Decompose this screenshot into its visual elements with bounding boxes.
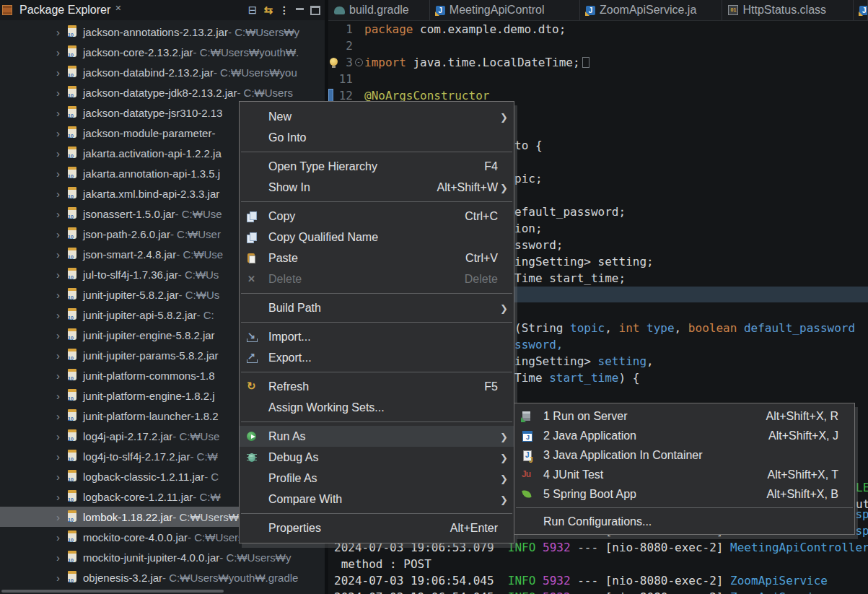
tree-item-path: - C:₩Users₩youth₩.gradle	[162, 572, 298, 584]
menu-item-label: Copy	[268, 210, 295, 223]
context-menu-item-refresh[interactable]: RefreshF5	[240, 376, 514, 397]
run-as-item-3-java-application-in-container[interactable]: 3 Java Application In Container	[514, 445, 854, 465]
menu-item-shortcut: Delete	[450, 273, 498, 286]
context-menu-item-assign-working-sets-[interactable]: Assign Working Sets...	[240, 397, 514, 418]
expand-chevron-icon[interactable]: ›	[56, 551, 68, 564]
expand-chevron-icon[interactable]: ›	[56, 167, 68, 180]
expand-chevron-icon[interactable]: ›	[56, 491, 68, 503]
expand-chevron-icon[interactable]: ›	[56, 147, 68, 160]
context-menu-item-compare-with[interactable]: Compare With❯	[240, 489, 514, 510]
submenu-arrow-icon: ❯	[500, 452, 508, 463]
context-menu-item-build-path[interactable]: Build Path❯	[240, 297, 514, 318]
expand-chevron-icon[interactable]: ›	[56, 248, 68, 261]
context-menu-item-copy[interactable]: CopyCtrl+C	[240, 206, 514, 227]
context-menu-item-profile-as[interactable]: Profile As❯	[240, 468, 514, 489]
close-view-icon[interactable]: ✕	[115, 4, 121, 13]
code-token: 2024-07-03 19:06:54.045	[334, 590, 508, 594]
expand-chevron-icon[interactable]: ›	[56, 450, 68, 463]
expand-chevron-icon[interactable]: ›	[56, 46, 68, 58]
run-as-item-2-java-application[interactable]: 2 Java ApplicationAlt+Shift+X, J	[514, 426, 854, 445]
expand-chevron-icon[interactable]: ›	[56, 188, 68, 200]
tab-build.gradle[interactable]: build.gradle	[328, 0, 430, 20]
expand-chevron-icon[interactable]: ›	[56, 531, 68, 543]
tree-item[interactable]: ›jackson-datatype-jdk8-2.13.2.jar - C:₩U…	[0, 82, 325, 102]
code-token: --- [nio-8080-exec-2]	[571, 590, 731, 594]
tree-item-path: - C:₩	[193, 491, 220, 503]
context-menu-item-export-[interactable]: Export...	[240, 347, 514, 368]
maximize-icon[interactable]	[310, 6, 320, 15]
jar-file-icon	[68, 411, 76, 421]
tree-item-path: - C:₩Users	[237, 87, 293, 99]
gradle-file-icon	[334, 6, 345, 14]
expand-chevron-icon[interactable]: ›	[56, 349, 68, 362]
tree-item[interactable]: ›jackson-core-2.13.2.jar - C:₩Users₩yout…	[0, 42, 325, 62]
tree-item-path: - C:₩User	[170, 228, 221, 240]
expand-chevron-icon[interactable]: ›	[56, 511, 68, 523]
menu-separator	[241, 322, 512, 323]
context-menu-item-import-[interactable]: Import...	[240, 326, 514, 347]
tab-MeetingApiControl[interactable]: JMeetingApiControl	[430, 0, 580, 20]
expand-chevron-icon[interactable]: ›	[56, 471, 68, 483]
tree-item[interactable]: ›objenesis-3.2.jar - C:₩Users₩youth₩.gra…	[0, 567, 325, 588]
run-as-item-run-configurations-[interactable]: Run Configurations...	[514, 512, 854, 531]
expand-chevron-icon[interactable]: ›	[56, 107, 68, 119]
menu-item-label: 5 Spring Boot App	[543, 488, 636, 501]
jar-file-icon	[68, 532, 76, 542]
code-line: 3-import java.time.LocalDateTime;	[328, 54, 868, 71]
run-as-item-4-junit-test[interactable]: 4 JUnit TestAlt+Shift+X, T	[514, 465, 854, 484]
jar-file-icon	[68, 209, 76, 219]
tab-ZoomApiService.ja[interactable]: JZoomApiService.ja	[580, 0, 722, 20]
code-token: (	[514, 321, 522, 335]
context-menu-item-show-in[interactable]: Show InAlt+Shift+W❯	[240, 177, 514, 198]
minimize-icon[interactable]	[296, 8, 304, 10]
expand-chevron-icon[interactable]: ›	[56, 26, 68, 38]
expand-chevron-icon[interactable]: ›	[56, 390, 68, 402]
paste-icon	[246, 253, 259, 264]
context-menu-item-new[interactable]: New❯	[240, 106, 514, 127]
context-menu-item-paste[interactable]: PasteCtrl+V	[240, 248, 514, 268]
collapse-all-icon[interactable]: ⊟	[248, 5, 258, 15]
expand-chevron-icon[interactable]: ›	[56, 268, 68, 281]
console-line: method : POST	[334, 556, 868, 572]
expand-chevron-icon[interactable]: ›	[56, 430, 68, 442]
link-with-editor-icon[interactable]: ⇆	[263, 5, 273, 15]
context-menu-item-go-into[interactable]: Go Into	[240, 127, 514, 148]
context-menu-item-copy-qualified-name[interactable]: Copy Qualified Name	[240, 227, 514, 248]
tree-item-path: - C:₩Use	[175, 208, 222, 220]
import-icon	[246, 331, 259, 343]
context-menu-item-run-as[interactable]: Run As❯	[240, 426, 514, 447]
context-menu-item-debug-as[interactable]: Debug As❯	[240, 447, 514, 468]
tree-item-name: jakarta.activation-api-1.2.2.ja	[83, 147, 222, 160]
horizontal-scrollbar[interactable]	[1, 590, 224, 593]
quickfix-bulb-icon	[330, 58, 338, 66]
tree-item[interactable]: ›mockito-junit-jupiter-4.0.0.jar - C:₩Us…	[0, 547, 325, 567]
code-token: ZoomApiService	[730, 590, 828, 594]
expand-chevron-icon[interactable]: ›	[56, 228, 68, 240]
fold-icon[interactable]: -	[355, 58, 363, 66]
context-menu-item-properties[interactable]: PropertiesAlt+Enter	[240, 517, 514, 538]
expand-chevron-icon[interactable]: ›	[56, 309, 68, 321]
tree-item[interactable]: ›jackson-annotations-2.13.2.jar - C:₩Use…	[0, 22, 325, 42]
run-as-item-1-run-on-server[interactable]: 1 Run on ServerAlt+Shift+X, R	[514, 406, 854, 426]
expand-chevron-icon[interactable]: ›	[56, 572, 68, 584]
expand-chevron-icon[interactable]: ›	[56, 370, 68, 382]
expand-chevron-icon[interactable]: ›	[56, 329, 68, 341]
submenu-arrow-icon: ❯	[500, 302, 508, 313]
code-token: start_time	[549, 371, 618, 385]
run-as-item-5-spring-boot-app[interactable]: 5 Spring Boot AppAlt+Shift+X, B	[514, 484, 854, 504]
expand-chevron-icon[interactable]: ›	[56, 289, 68, 301]
expand-chevron-icon[interactable]: ›	[56, 410, 68, 422]
code-token: --- [nio-8080-exec-2]	[571, 541, 731, 554]
menu-item-label: Refresh	[268, 380, 309, 393]
context-menu-item-open-type-hierarchy[interactable]: Open Type HierarchyF4	[240, 156, 514, 177]
expand-chevron-icon[interactable]: ›	[56, 127, 68, 139]
expand-chevron-icon[interactable]: ›	[56, 208, 68, 220]
expand-chevron-icon[interactable]: ›	[56, 66, 68, 79]
tree-item[interactable]: ›jackson-databind-2.13.2.jar - C:₩Users₩…	[0, 62, 325, 82]
view-menu-icon[interactable]: ⋮	[279, 5, 289, 15]
tab-HttpStatus.class[interactable]: 01HttpStatus.class	[722, 0, 854, 20]
tab-label: ZoomApiService.ja	[600, 4, 696, 17]
export-icon	[246, 352, 259, 364]
expand-chevron-icon[interactable]: ›	[56, 87, 68, 99]
tab-partial[interactable]: J	[854, 0, 868, 20]
